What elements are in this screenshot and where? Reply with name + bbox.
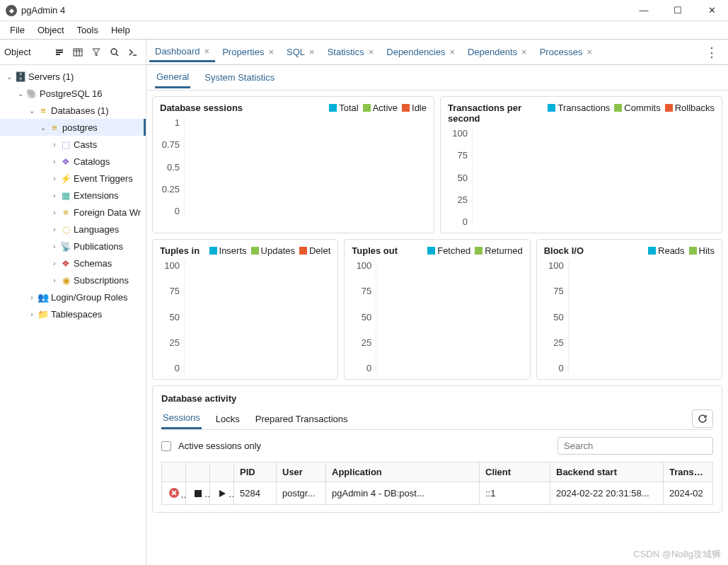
chevron-right-icon[interactable]: › xyxy=(50,175,59,182)
stop-cell[interactable] xyxy=(186,482,210,505)
tree-event-triggers[interactable]: ›⚡Event Triggers xyxy=(0,170,146,187)
refresh-button[interactable] xyxy=(692,409,713,428)
object-tree: ⌄ 🗄️ Servers (1) ⌄ 🐘 PostgreSQL 16 ⌄ ≡ D… xyxy=(0,65,146,565)
table-row[interactable]: 5284postgr...pgAdmin 4 - DB:post...::120… xyxy=(162,482,713,505)
tab-statistics[interactable]: Statistics× xyxy=(322,42,380,62)
subtab-general[interactable]: General xyxy=(155,67,190,88)
y-tick: 0 xyxy=(352,363,371,373)
menu-file[interactable]: File xyxy=(4,23,30,37)
y-tick: 0 xyxy=(544,363,564,373)
col-header[interactable]: Transact xyxy=(664,462,713,482)
tab-dependencies[interactable]: Dependencies× xyxy=(381,42,461,62)
tab-dependents[interactable]: Dependents× xyxy=(462,42,533,62)
col-header[interactable]: User xyxy=(277,462,326,482)
tree-login-roles[interactable]: › 👥 Login/Group Roles xyxy=(0,289,146,305)
search-icon[interactable] xyxy=(106,44,123,61)
tree-casts[interactable]: ›⬚Casts xyxy=(0,136,146,153)
chevron-down-icon[interactable]: ⌄ xyxy=(27,107,37,115)
tree-subscriptions[interactable]: ›◉Subscriptions xyxy=(0,272,146,289)
chevron-right-icon[interactable]: › xyxy=(50,209,59,216)
tree-servers[interactable]: ⌄ 🗄️ Servers (1) xyxy=(0,68,146,85)
view-data-icon[interactable] xyxy=(69,44,86,61)
tree-databases[interactable]: ⌄ ≡ Databases (1) xyxy=(0,102,146,119)
chevron-down-icon[interactable]: ⌄ xyxy=(4,73,14,81)
legend-swatch xyxy=(329,104,337,112)
menu-tools[interactable]: Tools xyxy=(71,23,104,37)
legend-swatch xyxy=(648,247,656,255)
databases-icon: ≡ xyxy=(37,105,50,116)
menu-help[interactable]: Help xyxy=(105,23,136,37)
tree-publications[interactable]: ›📡Publications xyxy=(0,238,146,255)
tab-sql[interactable]: SQL× xyxy=(281,42,320,62)
act-tab-locks[interactable]: Locks xyxy=(214,409,241,429)
chevron-right-icon[interactable]: › xyxy=(50,158,59,165)
col-header[interactable]: Client xyxy=(480,462,550,482)
col-header[interactable]: Backend start xyxy=(550,462,664,482)
close-icon[interactable]: × xyxy=(204,46,210,57)
col-header[interactable]: Application xyxy=(326,462,480,482)
close-icon[interactable]: × xyxy=(268,47,274,57)
col-header[interactable] xyxy=(186,462,210,482)
tree-fdw[interactable]: ›≡Foreign Data Wr xyxy=(0,204,146,221)
tree-label: PostgreSQL 16 xyxy=(40,88,102,99)
act-tab-sessions[interactable]: Sessions xyxy=(161,408,202,429)
tab-processes[interactable]: Processes× xyxy=(534,42,598,62)
minimize-button[interactable]: — xyxy=(633,5,654,16)
cell-client: ::1 xyxy=(480,482,550,505)
stop-icon[interactable] xyxy=(192,487,204,500)
play-cell[interactable] xyxy=(210,482,234,505)
chevron-right-icon[interactable]: › xyxy=(50,141,59,148)
col-header[interactable] xyxy=(210,462,234,482)
col-header[interactable] xyxy=(162,462,186,482)
col-header[interactable]: PID xyxy=(234,462,277,482)
legend-label: Hits xyxy=(699,245,715,256)
tab-properties[interactable]: Properties× xyxy=(216,42,279,62)
y-tick: 75 xyxy=(352,286,371,296)
active-only-checkbox[interactable] xyxy=(161,441,171,451)
chart-tuples-in: 1007550250 xyxy=(160,260,330,373)
filter-icon[interactable] xyxy=(88,44,105,61)
search-input[interactable] xyxy=(557,437,713,455)
close-button[interactable]: ✕ xyxy=(701,5,722,16)
chevron-right-icon[interactable]: › xyxy=(50,260,59,267)
cell-start: 2024-02-22 20:31:58... xyxy=(550,482,664,505)
tree-postgresql[interactable]: ⌄ 🐘 PostgreSQL 16 xyxy=(0,85,146,102)
chevron-right-icon[interactable]: › xyxy=(50,276,59,284)
close-icon[interactable]: × xyxy=(309,47,315,57)
chevron-down-icon[interactable]: ⌄ xyxy=(16,90,25,98)
tree-languages[interactable]: ›◌Languages xyxy=(0,221,146,238)
app-icon: ◆ xyxy=(6,5,17,16)
chevron-right-icon[interactable]: › xyxy=(50,243,59,250)
maximize-button[interactable]: ☐ xyxy=(667,5,688,16)
tree-catalogs[interactable]: ›❖Catalogs xyxy=(0,153,146,170)
tabs-overflow-icon[interactable]: ⋮ xyxy=(698,45,725,60)
close-icon[interactable]: × xyxy=(449,47,455,57)
psql-icon[interactable] xyxy=(125,44,141,61)
tab-dashboard[interactable]: Dashboard× xyxy=(149,42,215,62)
chevron-right-icon[interactable]: › xyxy=(50,192,59,199)
catalogs-icon: ❖ xyxy=(59,156,72,167)
chart-sessions: 10.750.50.250 xyxy=(160,117,427,216)
chevron-right-icon[interactable]: › xyxy=(27,293,37,301)
act-tab-prepared[interactable]: Prepared Transactions xyxy=(254,409,349,429)
tree-tablespaces[interactable]: › 📁 Tablespaces xyxy=(0,305,146,322)
play-icon[interactable] xyxy=(216,487,229,500)
chevron-right-icon[interactable]: › xyxy=(50,226,59,233)
sidebar-header: Object xyxy=(0,40,146,65)
legend-label: Total xyxy=(339,103,358,113)
tree-schemas[interactable]: ›❖Schemas xyxy=(0,255,146,272)
close-icon[interactable]: × xyxy=(369,47,374,57)
chevron-right-icon[interactable]: › xyxy=(27,310,37,318)
close-icon[interactable]: × xyxy=(587,47,592,57)
cancel-cell[interactable] xyxy=(162,482,186,505)
subtab-system-stats[interactable]: System Statistics xyxy=(203,68,276,87)
tree-postgres-db[interactable]: ⌄ ≡ postgres xyxy=(0,119,146,136)
close-icon[interactable]: × xyxy=(521,47,527,57)
query-tool-icon[interactable] xyxy=(51,44,68,61)
cancel-icon[interactable] xyxy=(168,487,180,499)
legend-swatch xyxy=(402,104,410,112)
chevron-down-icon[interactable]: ⌄ xyxy=(38,124,48,132)
tree-extensions[interactable]: ›▦Extensions xyxy=(0,187,146,204)
menu-object[interactable]: Object xyxy=(32,23,70,37)
legend-label: Updates xyxy=(261,245,295,256)
